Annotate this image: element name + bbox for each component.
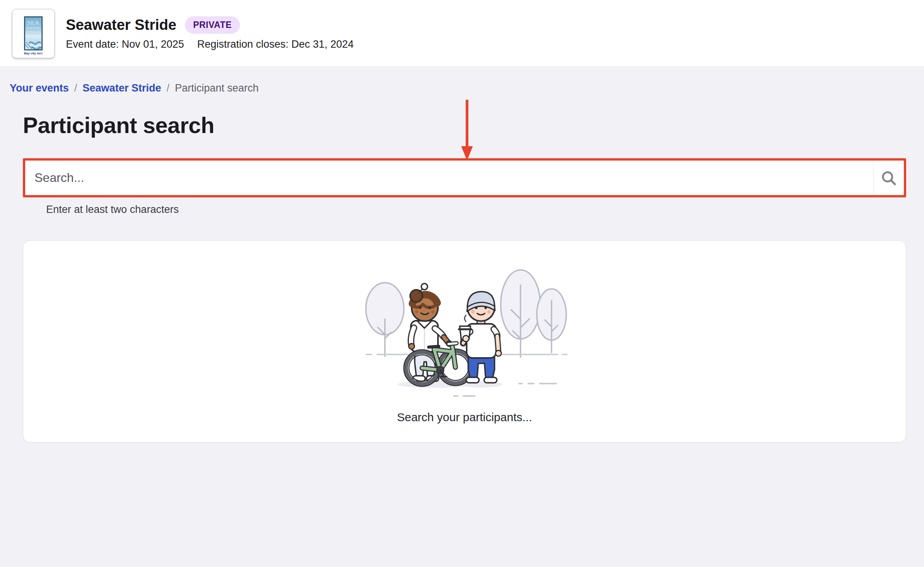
empty-state-illustration [356, 261, 573, 408]
privacy-badge: PRIVATE [185, 16, 240, 34]
event-poster-image: SEA WATER STRIDE [24, 16, 43, 50]
search-input[interactable] [25, 161, 873, 195]
breadcrumb-separator: / [167, 82, 170, 94]
event-title: Seawater Stride [66, 17, 176, 33]
empty-state-message: Search your participants... [397, 411, 532, 424]
breadcrumb-separator: / [74, 82, 78, 94]
registration-closes-text: Registration closes: Dec 31, 2024 [197, 38, 354, 50]
poster-text: STRIDE [25, 31, 41, 35]
page-root: { "header": { "logo": { "poster_lines": … [0, 0, 924, 567]
event-header: SEA WATER STRIDE Bay city series Seawate… [0, 0, 924, 67]
breadcrumb-link-your-events[interactable]: Your events [10, 82, 69, 94]
page-title: Participant search [23, 112, 924, 138]
empty-state-card: Search your participants... [23, 240, 906, 443]
participant-search-section: Enter at least two characters [23, 158, 906, 216]
poster-caption: Bay city series [24, 52, 43, 55]
annotation-arrow-down-icon [461, 100, 473, 161]
breadcrumb: Your events / Seawater Stride / Particip… [10, 82, 924, 94]
search-icon-button[interactable] [874, 161, 904, 195]
event-logo: SEA WATER STRIDE Bay city series [12, 9, 55, 58]
breadcrumb-current: Participant search [175, 82, 259, 94]
participant-search-box[interactable] [23, 158, 906, 197]
event-header-info: Seawater Stride PRIVATE Event date: Nov … [66, 16, 353, 50]
search-helper-text: Enter at least two characters [46, 204, 906, 216]
breadcrumb-link-event[interactable]: Seawater Stride [83, 82, 161, 94]
poster-text: SEA [25, 20, 41, 26]
poster-waves-graphic [25, 38, 41, 49]
event-date-text: Event date: Nov 01, 2025 [66, 38, 184, 50]
search-icon [881, 170, 897, 186]
poster-text: WATER [25, 27, 41, 30]
